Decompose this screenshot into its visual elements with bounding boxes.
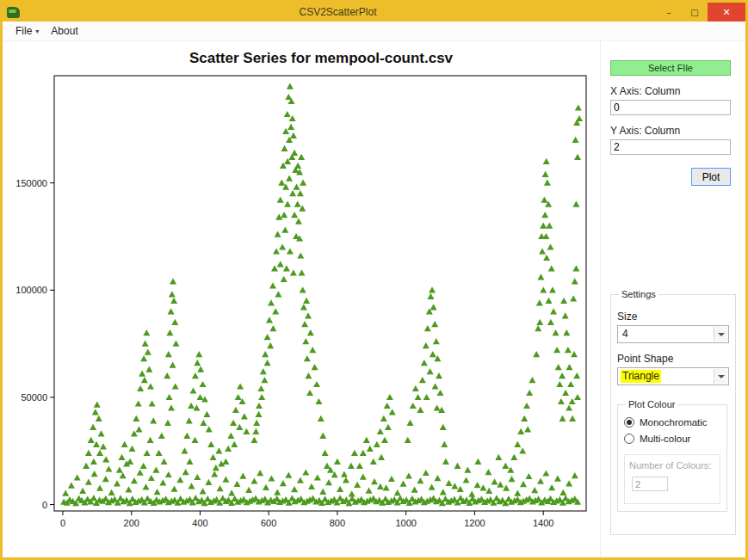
- y-axis-input[interactable]: [610, 139, 731, 155]
- app-window: CSV2ScatterPlot – □ ✕ File ▾ About Scatt…: [0, 0, 748, 560]
- plot-colour-group-label: Plot Colour: [626, 399, 677, 409]
- svg-text:50000: 50000: [21, 392, 47, 403]
- minimize-button[interactable]: –: [656, 3, 682, 22]
- svg-text:100000: 100000: [15, 285, 47, 295]
- combo-arrow-icon[interactable]: [714, 369, 727, 384]
- close-button[interactable]: ✕: [708, 3, 745, 22]
- chart-area: Scatter Series for mempool-count.csv 020…: [3, 41, 600, 557]
- radio-multi-colour-label: Multi-colour: [640, 434, 690, 444]
- size-label: Size: [617, 311, 729, 323]
- svg-text:200: 200: [124, 518, 139, 528]
- number-of-colours-label: Number of Colours:: [629, 460, 715, 471]
- settings-group: Settings Size 4 Point Shape Triangle Plo…: [610, 289, 736, 535]
- svg-text:1000: 1000: [395, 518, 416, 528]
- radio-unselected-icon: [624, 434, 634, 444]
- svg-text:600: 600: [261, 518, 276, 528]
- select-file-button[interactable]: Select FIle: [610, 60, 731, 76]
- side-panel: Select FIle X Axis: Column Y Axis: Colum…: [600, 41, 745, 557]
- scatter-plot: 0200400600800100012001400050000100000150…: [9, 69, 595, 542]
- number-of-colours-input: [632, 477, 668, 491]
- plot-colour-group: Plot Colour Monochromatic Multi-colour N…: [617, 399, 727, 512]
- y-axis-label: Y Axis: Column: [610, 125, 736, 137]
- chart-title: Scatter Series for mempool-count.csv: [9, 50, 595, 67]
- window-title: CSV2ScatterPlot: [20, 6, 656, 18]
- menu-about[interactable]: About: [45, 22, 83, 40]
- menu-about-label: About: [51, 25, 77, 37]
- radio-multi-colour[interactable]: Multi-colour: [624, 434, 720, 444]
- settings-group-label: Settings: [619, 289, 658, 299]
- svg-text:150000: 150000: [15, 178, 47, 188]
- radio-monochromatic-label: Monochromatic: [640, 417, 708, 428]
- menubar: File ▾ About: [3, 22, 745, 41]
- x-axis-input[interactable]: [610, 100, 731, 115]
- point-shape-value: Triangle: [621, 370, 661, 383]
- size-combobox[interactable]: 4: [617, 325, 729, 343]
- svg-text:400: 400: [192, 518, 207, 528]
- combo-arrow-icon[interactable]: [714, 327, 727, 342]
- plot-button[interactable]: Plot: [691, 168, 731, 186]
- radio-monochromatic[interactable]: Monochromatic: [624, 417, 720, 428]
- svg-text:800: 800: [330, 518, 345, 528]
- point-shape-combobox[interactable]: Triangle: [617, 367, 729, 385]
- maximize-button[interactable]: □: [682, 3, 708, 22]
- point-shape-label: Point Shape: [617, 353, 729, 365]
- svg-text:0: 0: [42, 500, 47, 510]
- app-icon: [7, 7, 20, 18]
- svg-text:1200: 1200: [464, 518, 485, 528]
- radio-selected-icon: [624, 417, 634, 428]
- size-value: 4: [621, 328, 630, 341]
- svg-text:0: 0: [60, 518, 65, 528]
- svg-text:1400: 1400: [533, 518, 553, 528]
- menu-file-label: File: [15, 25, 32, 37]
- titlebar[interactable]: CSV2ScatterPlot – □ ✕: [3, 3, 745, 22]
- menu-file[interactable]: File ▾: [9, 22, 45, 40]
- dropdown-caret-icon: ▾: [35, 28, 39, 35]
- number-of-colours-panel: Number of Colours:: [624, 454, 720, 504]
- main-content: Scatter Series for mempool-count.csv 020…: [3, 41, 745, 557]
- x-axis-label: X Axis: Column: [610, 85, 736, 97]
